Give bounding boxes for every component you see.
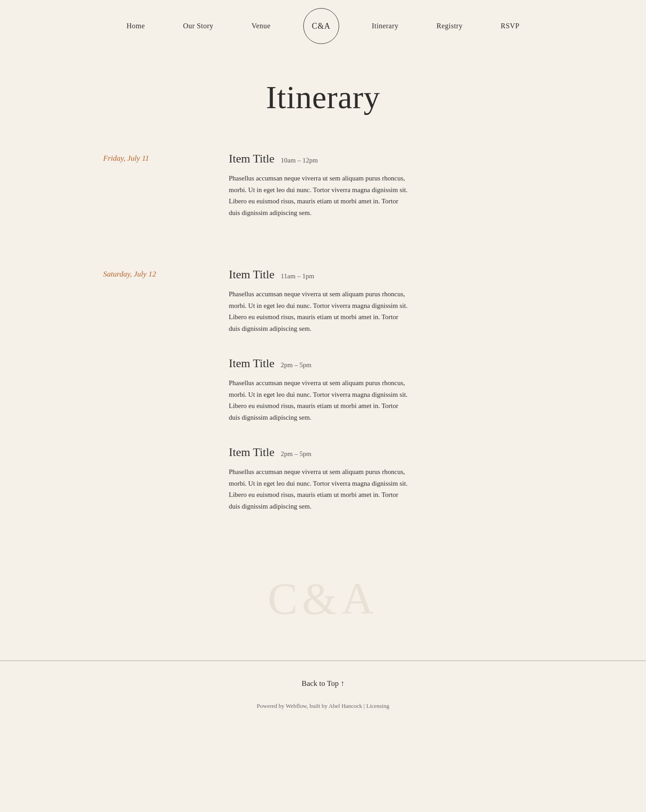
footer-credit: Powered by Webflow, built by Abel Hancoc… xyxy=(257,702,389,709)
nav-venue[interactable]: Venue xyxy=(246,18,276,34)
date-label-saturday: Saturday, July 12 xyxy=(103,270,156,278)
itinerary-item: Item Title 2pm – 5pm Phasellus accumsan … xyxy=(229,357,543,423)
nav-registry[interactable]: Registry xyxy=(431,18,468,34)
item-header: Item Title 11am – 1pm xyxy=(229,268,543,281)
item-description: Phasellus accumsan neque viverra ut sem … xyxy=(229,377,408,423)
itinerary-item: Item Title 11am – 1pm Phasellus accumsan… xyxy=(229,268,543,334)
item-description: Phasellus accumsan neque viverra ut sem … xyxy=(229,289,408,334)
footer: Back to Top ↑ Powered by Webflow, built … xyxy=(0,661,646,723)
item-description: Phasellus accumsan neque viverra ut sem … xyxy=(229,173,408,219)
logo-text: C&A xyxy=(312,22,331,31)
item-time: 11am – 1pm xyxy=(281,272,314,280)
page-title: Itinerary xyxy=(103,79,543,116)
item-time: 10am – 12pm xyxy=(281,157,318,164)
navigation: Home Our Story Venue C&A Itinerary Regis… xyxy=(0,0,646,52)
site-logo[interactable]: C&A xyxy=(303,8,339,44)
back-to-top-link[interactable]: Back to Top ↑ xyxy=(301,679,344,688)
date-label-friday: Friday, July 11 xyxy=(103,154,149,162)
nav-itinerary[interactable]: Itinerary xyxy=(367,18,404,34)
itinerary-item: Item Title 2pm – 5pm Phasellus accumsan … xyxy=(229,446,543,512)
item-title: Item Title xyxy=(229,268,275,281)
main-content: Itinerary Friday, July 11 Item Title 10a… xyxy=(76,52,570,660)
item-description: Phasellus accumsan neque viverra ut sem … xyxy=(229,466,408,512)
item-header: Item Title 2pm – 5pm xyxy=(229,446,543,459)
items-column-saturday: Item Title 11am – 1pm Phasellus accumsan… xyxy=(229,268,543,535)
item-title: Item Title xyxy=(229,446,275,459)
items-column-friday: Item Title 10am – 12pm Phasellus accumsa… xyxy=(229,152,543,241)
date-column-friday: Friday, July 11 xyxy=(103,152,202,241)
item-time: 2pm – 5pm xyxy=(281,361,311,369)
nav-our-story[interactable]: Our Story xyxy=(178,18,219,34)
item-title: Item Title xyxy=(229,357,275,370)
itinerary-section-saturday: Saturday, July 12 Item Title 11am – 1pm … xyxy=(103,268,543,535)
item-header: Item Title 2pm – 5pm xyxy=(229,357,543,370)
watermark-text: C&A xyxy=(268,573,379,624)
nav-rsvp[interactable]: RSVP xyxy=(495,18,525,34)
itinerary-item: Item Title 10am – 12pm Phasellus accumsa… xyxy=(229,152,543,219)
nav-home[interactable]: Home xyxy=(121,18,150,34)
item-header: Item Title 10am – 12pm xyxy=(229,152,543,166)
date-column-saturday: Saturday, July 12 xyxy=(103,268,202,535)
item-time: 2pm – 5pm xyxy=(281,450,311,458)
itinerary-section-friday: Friday, July 11 Item Title 10am – 12pm P… xyxy=(103,152,543,241)
watermark-area: C&A xyxy=(103,562,543,615)
item-title: Item Title xyxy=(229,152,275,166)
nav-links: Home Our Story Venue C&A Itinerary Regis… xyxy=(121,8,525,44)
